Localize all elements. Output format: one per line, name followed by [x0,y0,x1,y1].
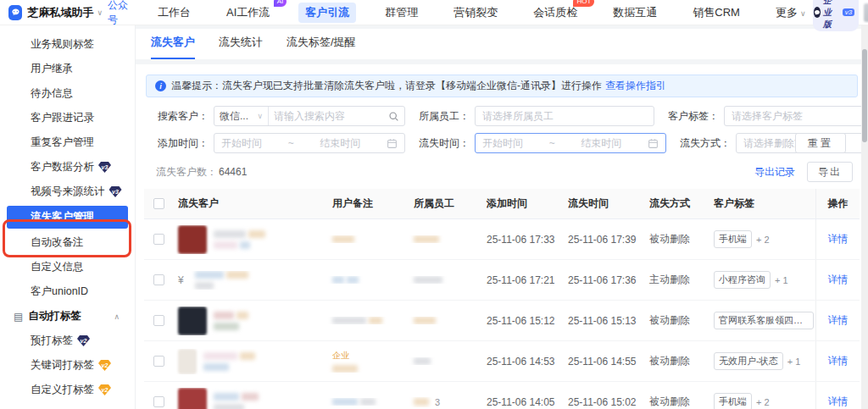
sidebar-item-todo-info[interactable]: 待办信息 [0,81,135,106]
row-checkbox[interactable] [153,356,164,367]
add-time-label: 添加时间： [156,136,209,151]
nav-conversation-qc[interactable]: 会话质检 HOT [526,3,584,23]
chevron-down-icon: ∨ [257,112,263,120]
app-title: 芝麻私域助手 [27,5,93,20]
redacted-staff [414,276,476,284]
sidebar-section-auto-tagging[interactable]: ▤ 自动打标签 ∧ [0,304,135,329]
tab-lost-customers[interactable]: 流失客户 [151,35,195,59]
detail-link[interactable]: 详情 [828,313,849,328]
public-account-link[interactable]: 公众号 [108,0,136,27]
nav-more[interactable]: 更多∨ [769,3,813,23]
nav-marketing-fission[interactable]: 营销裂变 [447,3,504,23]
chevron-down-icon: ∨ [800,9,806,18]
select-all-checkbox[interactable] [153,198,164,209]
lost-time: 25-11-06 15:13 [563,315,644,327]
banner-guide-link[interactable]: 查看操作指引 [605,79,666,93]
redacted-customer-name [203,352,255,371]
stats-row: 流失客户数： 64461 导出记录 导出 [144,160,860,189]
header-lost-method: 流失方式 [644,196,709,211]
sidebar-item-duplicate-customers[interactable]: 重复客户管理 [0,130,135,155]
sidebar-item-union-id[interactable]: 客户unionID [0,279,135,304]
redacted-staff [414,357,476,365]
plan-badge[interactable]: 企业版 v3 [813,0,860,31]
detail-link[interactable]: 详情 [828,273,849,287]
customer-avatar [178,349,197,374]
calendar-icon [648,138,659,149]
row-checkbox[interactable] [153,274,164,285]
table-header: 流失客户 用户备注 所属员工 添加时间 流失时间 流失方式 客户标签 手机号 操… [144,189,860,219]
header-remark: 用户备注 [327,196,409,211]
row-checkbox[interactable] [153,234,164,245]
sidebar-item-pre-tagging[interactable]: 预打标签v2 [0,329,135,353]
avatar[interactable] [864,3,868,22]
sidebar-item-keyword-tagging[interactable]: 关键词打标签v2 [0,353,135,378]
customer-tag-chip: 手机端 [714,393,752,409]
table-row: ¥ 25-11-06 17:21 25-11-06 17:36 主动删除 小程序… [144,260,860,301]
primary-nav: 工作台 AI工作流 AI 客户引流 群管理 营销裂变 会话质检 HOT 数据互通… [136,3,813,23]
search-input[interactable]: 请输入搜索内容 [269,109,404,124]
sidebar-item-custom-info[interactable]: 自定义信息 [0,255,135,279]
customer-tag-chip: 手机端 [714,230,752,248]
row-checkbox[interactable] [153,396,164,407]
tab-lost-tag-reminder[interactable]: 流失标签/提醒 [287,35,356,59]
sidebar-item-video-source-stats[interactable]: 视频号来源统计v3 [0,180,135,204]
customer-tag-chip: 小程序咨询 [714,271,771,289]
nav-workbench[interactable]: 工作台 [151,3,198,23]
row-checkbox[interactable] [153,315,164,326]
hot-badge: HOT [573,0,594,7]
sidebar-item-auto-remark[interactable]: 自动改备注 [0,230,135,255]
search-type-select[interactable]: 微信...∨ [214,107,269,125]
nav-customer-acquisition[interactable]: 客户引流 [298,3,356,23]
search-icon [388,111,399,122]
redacted-customer-name [214,312,248,330]
tag-more-count: + 2 [756,397,770,407]
lost-method: 被动删除 [644,232,709,246]
filter-panel: 搜索客户： 微信...∨ 请输入搜索内容 [144,106,860,153]
banner-text: 温馨提示：流失客户现已支持批量清除流失客户啦，请登录【移动端企业微信-通讯录】进… [171,79,602,93]
v2-gem-icon: v2 [98,384,111,395]
sidebar-item-lost-customer-management[interactable]: 流失客户管理 [7,206,128,229]
staff-extra-text: 3 [435,397,440,407]
nav-data-interop[interactable]: 数据互通 [606,3,664,23]
search-customer-label: 搜索客户： [156,109,209,124]
tab-lost-statistics[interactable]: 流失统计 [219,35,263,59]
logo-chevron-down-icon[interactable]: ∨ [97,8,103,17]
main-content: 流失客户 流失统计 流失标签/提醒 i 温馨提示：流失客户现已支持批量清除流失客… [136,25,868,409]
export-record-link[interactable]: 导出记录 [754,165,795,180]
customer-search-control: 微信...∨ 请输入搜索内容 [214,106,405,126]
sidebar-item-customer-analytics[interactable]: 客户数据分析v3 [0,155,135,180]
customer-tag-select[interactable]: 请选择客户标签 [724,106,868,126]
nav-sales-crm[interactable]: 销售CRM [686,3,747,23]
export-button[interactable]: 导出 [807,162,853,182]
redacted-customer-name [195,271,248,290]
detail-link[interactable]: 详情 [828,354,849,368]
add-time-range-picker[interactable]: 开始时间~结束时间 [214,133,405,153]
detail-link[interactable]: 详情 [828,395,849,409]
chevron-up-icon[interactable]: ∧ [114,312,120,321]
enterprise-label: 企业 [332,350,403,362]
nav-group-management[interactable]: 群管理 [378,3,425,23]
added-time: 25-11-06 17:21 [481,274,563,286]
header-added-time: 添加时间 [481,196,563,211]
nav-ai-workflow[interactable]: AI工作流 AI [220,3,276,23]
sidebar-item-user-inherit[interactable]: 用户继承 [0,57,135,81]
lost-method: 主动删除 [644,273,709,287]
sidebar-item-follow-records[interactable]: 客户跟进记录 [0,106,135,130]
sidebar: 业务规则标签 用户继承 待办信息 客户跟进记录 重复客户管理 客户数据分析v3 … [0,25,136,409]
info-icon: i [155,80,166,91]
reset-button[interactable]: 重置 [795,133,846,153]
header-staff: 所属员工 [409,196,481,211]
detail-link[interactable]: 详情 [828,232,849,246]
lost-time-range-picker[interactable]: 开始时间~结束时间 [475,133,666,153]
sidebar-item-business-rule-tags[interactable]: 业务规则标签 [0,32,135,57]
logo-area[interactable]: 芝麻私域助手 ∨ 公众号 [0,0,136,27]
scrollbar-thumb[interactable] [862,49,867,142]
customer-tag-chip: 官网联系客服领四重好礼 [714,312,814,329]
customer-avatar [178,225,207,254]
vertical-scrollbar[interactable] [861,25,868,409]
redacted-remark: 企业 [332,350,403,373]
customer-tag-chip: 无效用户-状态 [714,352,783,370]
staff-select[interactable]: 请选择所属员工 [475,106,654,126]
notice-banner: i 温馨提示：流失客户现已支持批量清除流失客户啦，请登录【移动端企业微信-通讯录… [146,75,858,97]
sidebar-item-custom-tagging[interactable]: 自定义打标签v2 [0,378,135,402]
